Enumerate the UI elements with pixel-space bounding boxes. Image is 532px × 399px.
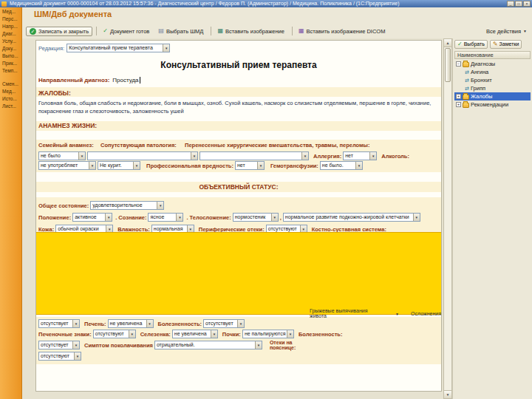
notes-button[interactable]: Заметки: [490, 40, 522, 49]
tapping-symptom-label: Симптом поколачивания: [84, 342, 153, 349]
collapse-icon[interactable]: [456, 61, 461, 66]
form-area: ШМ/Двб документа Записать и закрыть Доку…: [22, 7, 532, 399]
kidneys-palpation-select[interactable]: не пальпируются: [242, 330, 294, 338]
liver-signs-label: Печеночные знаки:: [38, 331, 92, 338]
close-button[interactable]: [523, 1, 531, 7]
template-tree: Диагнозы Ангина Бронхит Грипп Жалобы: [454, 60, 531, 109]
document-title: Консультативный прием терапевта: [36, 60, 441, 70]
minimize-button[interactable]: [507, 1, 514, 7]
alcohol-select[interactable]: не употребляет: [38, 161, 96, 170]
hernia-fragment[interactable]: Грыжевые выпячивания живота: [310, 308, 383, 318]
tree-item-recommendations[interactable]: Рекомендации: [454, 100, 531, 109]
referral-diagnosis-value[interactable]: Простуда: [112, 77, 138, 83]
sections-panel: Мед... Перс... Напр... Диаг... Услу... Д…: [0, 7, 22, 399]
family-history-select[interactable]: не было: [38, 151, 86, 160]
tree-item-bronchitis[interactable]: Бронхит: [454, 76, 531, 84]
pencil-icon: [493, 41, 498, 47]
tree-column-header: Наименование: [454, 51, 531, 59]
edition-label: Редакция:: [38, 45, 64, 52]
template-panel: Выбрать Заметки Наименование Диагнозы Ан…: [452, 38, 532, 399]
general-condition-select[interactable]: удовлетворительное: [90, 201, 164, 210]
selection-highlight-block[interactable]: [35, 232, 442, 315]
tree-item-complaints[interactable]: Жалобы: [454, 92, 531, 100]
sidebar-item-13[interactable]: Лист...: [0, 102, 21, 109]
expand-icon[interactable]: [456, 102, 461, 107]
body-build-select[interactable]: нормостеник: [233, 213, 279, 222]
sidebar-item-10[interactable]: Смен...: [0, 80, 21, 87]
dropdown-arrow-icon: [211, 330, 217, 338]
abdomen-field-select[interactable]: отсутствует: [38, 319, 80, 328]
transfusion-label: Гемотрансфузии:: [270, 163, 318, 169]
edition-select[interactable]: Консультативный прием терапевта: [66, 44, 170, 52]
document-ready-icon: [103, 28, 108, 34]
sidebar-item-8[interactable]: Прик...: [0, 59, 21, 66]
sidebar-item-3[interactable]: Напр...: [0, 22, 21, 30]
tapping-symptom-select[interactable]: отрицательный.: [154, 341, 262, 349]
occupational-hazard-select[interactable]: нет: [235, 161, 265, 170]
insert-dicom-button[interactable]: Вставить изображение DICOM: [295, 27, 389, 36]
dropdown-arrow-icon: [369, 152, 376, 160]
sidebar-item-4[interactable]: Диаг...: [0, 30, 21, 37]
complaints-text[interactable]: Головная боль, общая слабость и недомога…: [38, 100, 437, 115]
dropdown-arrow-icon: [89, 162, 95, 169]
comorbidity-label: Сопутствующая патология:: [100, 142, 185, 149]
dropdown-arrow-icon: [146, 320, 153, 327]
all-actions-button[interactable]: Все действия: [486, 28, 528, 35]
chevron-down-icon: [523, 28, 527, 34]
lumbar-edema-select[interactable]: отсутствуют: [38, 352, 81, 361]
dropdown-arrow-icon: [72, 341, 79, 349]
dropdown-arrow-icon: [255, 341, 262, 349]
fat-tissue-select[interactable]: нормальное развитие подкожно-жировой кле…: [283, 213, 420, 222]
position-select[interactable]: активное: [72, 213, 112, 222]
sidebar-item-12[interactable]: Исто...: [0, 95, 21, 102]
window-title: Медицинский документ 0000-000104 от 28.0…: [10, 1, 399, 6]
sidebar-item-11[interactable]: Мед...: [0, 87, 21, 95]
kidneys-label: Почки:: [222, 331, 241, 338]
surgery-select[interactable]: [200, 151, 309, 160]
comorbidity-select[interactable]: [87, 151, 198, 160]
consciousness-select[interactable]: ясное: [148, 213, 183, 222]
document-ready-button[interactable]: Документ готов: [99, 27, 153, 36]
image-icon: [217, 28, 223, 34]
allergy-select[interactable]: нет: [343, 151, 377, 160]
sidebar-item-7[interactable]: Выпо...: [0, 52, 21, 59]
kidney-pain-select[interactable]: отсутствует: [38, 341, 80, 349]
text-cursor: [140, 77, 140, 83]
sidebar-item-5[interactable]: Услу...: [0, 37, 21, 44]
liver-signs-select[interactable]: отсутствуют: [93, 330, 136, 338]
liver-pain-select[interactable]: отсутствует: [203, 319, 245, 328]
vertical-scrollbar[interactable]: [443, 38, 452, 399]
maximize-button[interactable]: [515, 1, 522, 7]
liver-size-select[interactable]: не увеличена: [108, 319, 154, 328]
scroll-down-button[interactable]: [444, 390, 451, 398]
tree-item-flu[interactable]: Грипп: [454, 84, 531, 92]
dropdown-arrow-icon: [301, 152, 308, 160]
expand-icon[interactable]: [456, 94, 461, 99]
select-template-button[interactable]: Выбрать: [454, 40, 488, 49]
tree-item-diagnoses[interactable]: Диагнозы: [454, 60, 531, 68]
comma-separator: ,: [280, 214, 282, 221]
scroll-up-button[interactable]: [444, 39, 451, 47]
scrollbar-thumb[interactable]: [445, 48, 451, 82]
lumbar-edema-label: Отеки на пояснице:: [270, 340, 308, 350]
body-build-label: . Телосложение:: [186, 214, 231, 221]
kidney-pain-label: Болезненность:: [299, 331, 343, 338]
save-and-close-button[interactable]: Записать и закрыть: [26, 27, 92, 36]
sidebar-item-2[interactable]: Перс...: [0, 15, 21, 22]
complications-fragment[interactable]: Осложнения: [411, 311, 441, 316]
dropdown-arrow-icon: [257, 162, 264, 169]
dropdown-arrow-icon: [105, 214, 112, 221]
insert-image-button[interactable]: Вставить изображение: [214, 27, 287, 36]
general-condition-label: Общее состояние:: [38, 202, 89, 209]
template-sheet-icon: [158, 28, 164, 34]
dropdown-arrow-icon: [133, 162, 140, 169]
spleen-size-select[interactable]: не увеличена: [172, 330, 218, 338]
sidebar-item-9[interactable]: Темп...: [0, 66, 21, 74]
smoking-select[interactable]: Не курит.: [98, 161, 140, 170]
sidebar-item-1[interactable]: Мед...: [0, 7, 21, 15]
tree-item-angina[interactable]: Ангина: [454, 68, 531, 76]
transfusion-select[interactable]: не было.: [320, 161, 363, 170]
sidebar-item-6[interactable]: Доку...: [0, 44, 21, 52]
choose-template-button[interactable]: Выбрать ШМД: [154, 27, 207, 36]
anamnesis-header: АНАМНЕЗ ЖИЗНИ:: [38, 122, 97, 129]
